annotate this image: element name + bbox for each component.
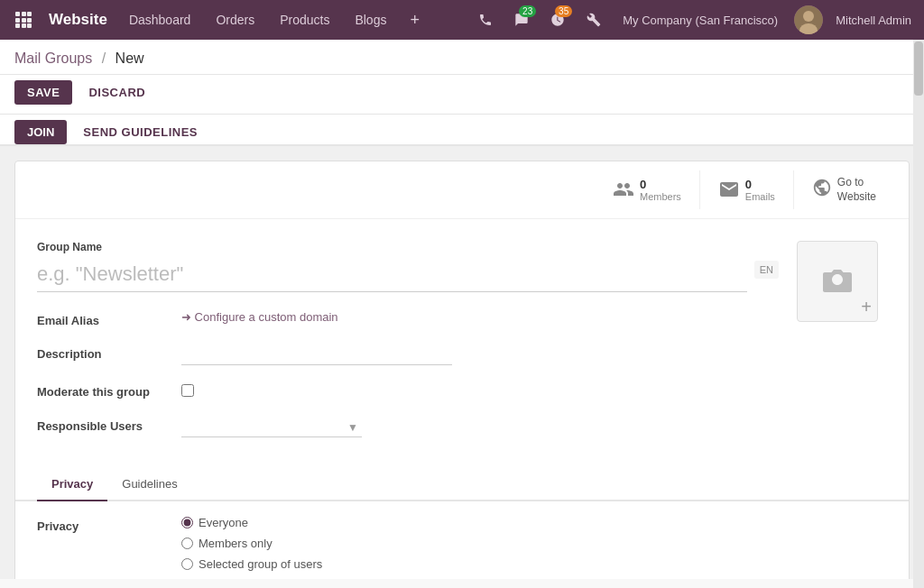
emails-icon: [718, 179, 740, 201]
group-name-input[interactable]: [37, 257, 747, 292]
members-label: Members: [640, 191, 681, 202]
avatar: [794, 5, 823, 34]
chat-icon[interactable]: 23: [505, 0, 538, 40]
website-icon: [812, 178, 832, 202]
form-card: 0 Members 0 Emails: [14, 161, 910, 579]
emails-count: 0: [745, 178, 775, 191]
privacy-everyone-radio[interactable]: [181, 517, 193, 528]
chat-badge: 23: [519, 5, 536, 17]
privacy-members-only-radio[interactable]: [181, 537, 193, 549]
tools-icon[interactable]: [578, 0, 610, 40]
email-alias-value: ➜ Configure a custom domain: [181, 310, 779, 324]
moderate-value: [181, 381, 779, 400]
nav-company: My Company (San Francisco): [614, 14, 787, 27]
description-input[interactable]: [181, 344, 452, 365]
configure-domain-link[interactable]: ➜ Configure a custom domain: [181, 310, 779, 324]
tab-guidelines[interactable]: Guidelines: [107, 468, 191, 501]
nav-user: Mitchell Admin: [830, 14, 917, 27]
nav-add-icon[interactable]: +: [399, 0, 430, 40]
camera-icon: [821, 264, 854, 299]
apps-icon[interactable]: [7, 0, 40, 40]
breadcrumb-current: New: [116, 51, 144, 66]
clock-icon[interactable]: 35: [541, 0, 574, 40]
group-name-input-wrap: [37, 257, 747, 292]
breadcrumb-separator: /: [102, 51, 106, 66]
website-stat-btn[interactable]: Go toWebsite: [793, 170, 894, 209]
privacy-row: Privacy Everyone Members only Selected g…: [37, 516, 887, 571]
group-name-label: Group Name: [37, 241, 779, 253]
members-stat-btn[interactable]: 0 Members: [595, 170, 699, 209]
breadcrumb-parent[interactable]: Mail Groups: [14, 51, 92, 66]
svg-rect-7: [22, 23, 26, 28]
send-guidelines-button[interactable]: SEND GUIDELINES: [74, 120, 207, 144]
email-alias-label: Email Alias: [37, 310, 172, 327]
privacy-everyone-label: Everyone: [199, 516, 248, 529]
image-add-icon: +: [861, 297, 872, 317]
breadcrumb-bar: Mail Groups / New: [0, 40, 924, 75]
responsible-users-label: Responsible Users: [37, 416, 172, 433]
nav-orders[interactable]: Orders: [203, 0, 267, 40]
members-count: 0: [640, 178, 681, 191]
website-stat-text: Go toWebsite: [837, 176, 876, 204]
moderate-label: Moderate this group: [37, 381, 172, 399]
svg-rect-6: [15, 23, 20, 28]
description-value: [181, 344, 779, 365]
nav-dashboard[interactable]: Dashboard: [116, 0, 204, 40]
nav-blogs[interactable]: Blogs: [342, 0, 399, 40]
group-name-row: EN: [37, 257, 779, 292]
members-icon: [613, 179, 634, 201]
join-button[interactable]: JOIN: [14, 120, 67, 144]
breadcrumb: Mail Groups / New: [14, 51, 144, 66]
card-header-stats: 0 Members 0 Emails: [15, 161, 909, 219]
moderate-checkbox[interactable]: [181, 384, 194, 397]
privacy-section: Privacy Everyone Members only Selected g…: [15, 501, 909, 579]
privacy-selected-group-radio[interactable]: [181, 558, 193, 570]
form-main: Group Name EN Email Alias ➜ Configure a …: [37, 241, 779, 454]
svg-rect-1: [22, 12, 26, 16]
privacy-selected-group-label: Selected group of users: [199, 557, 322, 571]
tab-privacy[interactable]: Privacy: [37, 468, 107, 501]
svg-point-10: [803, 11, 814, 22]
moderate-field: Moderate this group: [37, 381, 779, 400]
group-name-field: Group Name EN: [37, 241, 779, 292]
svg-rect-5: [27, 18, 32, 23]
svg-rect-3: [15, 18, 20, 23]
emails-stat-btn[interactable]: 0 Emails: [699, 170, 793, 209]
privacy-radio-group: Everyone Members only Selected group of …: [181, 516, 322, 571]
action-bar: SAVE DISCARD: [0, 75, 924, 115]
description-label: Description: [37, 344, 172, 361]
privacy-members-only[interactable]: Members only: [181, 537, 322, 550]
nav-brand: Website: [40, 11, 116, 29]
lang-badge: EN: [754, 261, 779, 279]
responsible-users-value: ▼: [181, 416, 779, 437]
discard-button[interactable]: DISCARD: [79, 80, 154, 105]
privacy-selected-group[interactable]: Selected group of users: [181, 557, 322, 571]
emails-label: Emails: [745, 191, 775, 202]
responsible-users-field: Responsible Users ▼: [37, 416, 779, 437]
email-alias-field: Email Alias ➜ Configure a custom domain: [37, 310, 779, 327]
form-side: +: [797, 241, 887, 454]
nav-links: Dashboard Orders Products Blogs +: [116, 0, 469, 40]
responsible-users-select[interactable]: [181, 416, 362, 437]
nav-products[interactable]: Products: [267, 0, 342, 40]
description-field: Description: [37, 344, 779, 365]
clock-badge: 35: [555, 5, 572, 17]
phone-icon[interactable]: [469, 0, 502, 40]
svg-rect-4: [22, 18, 26, 23]
nav-right: 23 35 My Company (San Francisco) Mitchel…: [469, 0, 917, 40]
page-scrollbar[interactable]: [913, 40, 924, 579]
privacy-everyone[interactable]: Everyone: [181, 516, 322, 529]
image-upload[interactable]: +: [797, 241, 878, 322]
form-body: Group Name EN Email Alias ➜ Configure a …: [15, 219, 909, 468]
save-button[interactable]: SAVE: [14, 80, 72, 105]
website-label: Go toWebsite: [837, 176, 876, 204]
privacy-field-label: Privacy: [37, 516, 172, 533]
svg-rect-2: [27, 12, 32, 16]
privacy-members-only-label: Members only: [199, 537, 273, 550]
responsible-users-select-wrap: ▼: [181, 416, 362, 437]
scrollbar-thumb[interactable]: [914, 41, 923, 96]
top-nav: Website Dashboard Orders Products Blogs …: [0, 0, 924, 40]
main-content: 0 Members 0 Emails: [0, 146, 924, 579]
svg-rect-0: [15, 12, 20, 16]
tabs-bar: Privacy Guidelines: [15, 468, 909, 501]
